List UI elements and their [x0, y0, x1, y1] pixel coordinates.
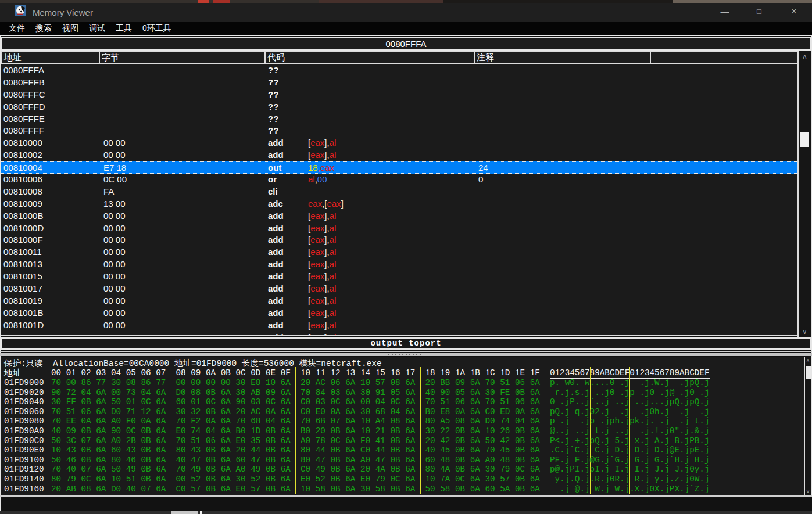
menu-item[interactable]: 视图 — [57, 23, 84, 34]
disasm-column-header[interactable]: 代码 — [264, 51, 475, 64]
disasm-row[interactable]: 0081000200 00add[eax],al — [1, 149, 798, 161]
hex-row-bytes: 50 3C 07 6A A0 2B 0B 6A 70 51 06 6A E0 3… — [51, 436, 710, 445]
disasm-row[interactable]: 0080FFFF?? — [1, 125, 798, 137]
pane-splitter[interactable] — [0, 353, 812, 356]
scroll-up-icon[interactable]: ∧ — [805, 357, 811, 365]
disasm-column-header[interactable]: 地址 — [1, 51, 100, 64]
hex-row[interactable]: 01FD906070 51 06 6A D0 71 12 6A 30 32 0B… — [4, 407, 796, 417]
current-address-banner: 0080FFFA — [1, 37, 811, 51]
disasm-column-header[interactable] — [650, 51, 799, 64]
disasm-row[interactable]: 0080FFFC?? — [1, 89, 798, 101]
disasm-row[interactable]: 0081001D00 00add[eax],al — [1, 319, 798, 332]
hex-row-address: 01FD9020 — [4, 388, 51, 398]
hex-scrollbar[interactable]: ∧ ∨ — [804, 357, 811, 495]
hex-column-headers: 00 01 02 03 04 05 06 07 08 09 0A 0B 0C 0… — [51, 368, 710, 378]
disasm-column-header[interactable]: 注释 — [474, 51, 651, 64]
hex-row[interactable]: 01FD90C050 3C 07 6A A0 2B 0B 6A 70 51 06… — [4, 436, 796, 446]
hex-row-bytes: 70 00 86 77 30 08 86 77 00 00 00 00 30 E… — [51, 378, 710, 387]
hex-rows: 01FD900070 00 86 77 30 08 86 77 00 00 00… — [4, 378, 796, 494]
hex-row-address: 01FD9160 — [4, 484, 51, 494]
disasm-row[interactable]: 0081001B00 00add[eax],al — [1, 307, 798, 319]
hex-byte-headers: 00 01 02 03 04 05 06 07 08 09 0A 0B 0C 0… — [51, 368, 550, 378]
hex-row-address: 01FD9100 — [4, 455, 51, 465]
status-bar — [0, 497, 812, 511]
hex-row-bytes: 10 43 0B 6A 60 43 0B 6A 80 43 0B 6A 20 4… — [51, 445, 710, 455]
splitter-grip-icon — [388, 354, 423, 355]
menu-item[interactable]: 0环工具 — [137, 23, 177, 34]
disasm-row[interactable]: 0081001500 00add[eax],al — [1, 271, 798, 283]
hex-row-address: 01FD9120 — [4, 465, 51, 475]
divider — [1, 335, 798, 336]
hex-row-bytes: 70 51 06 6A D0 71 12 6A 30 32 0B 6A 20 A… — [51, 407, 710, 416]
disasm-row[interactable]: 0081001100 00add[eax],al — [1, 246, 798, 258]
window-title: Memory Viewer — [33, 8, 93, 17]
disasm-row[interactable]: 0081001700 00add[eax],al — [1, 283, 798, 295]
disasm-row[interactable]: 0080FFFA?? — [1, 64, 798, 77]
disasm-rows: 0080FFFA??0080FFFB??0080FFFC??0080FFFD??… — [1, 64, 798, 335]
hex-row-address: 01FD90E0 — [4, 445, 51, 455]
hex-row[interactable]: 01FD908070 EE 0A 6A A0 F0 0A 6A 70 F2 0A… — [4, 416, 796, 426]
hex-row-address: 01FD9040 — [4, 397, 51, 407]
divider — [0, 351, 812, 352]
hex-row-bytes: 40 09 0B 6A 90 0C 0B 6A E0 74 04 6A B0 1… — [51, 426, 710, 436]
hex-row-bytes: 20 AB 08 6A D0 40 07 6A C0 57 0B 6A E0 5… — [51, 484, 710, 494]
hex-row[interactable]: 01FD900070 00 86 77 30 08 86 77 00 00 00… — [4, 378, 796, 388]
disasm-row-selected[interactable]: 00810004E7 18out18,eax24 — [1, 161, 798, 174]
hex-row-address: 01FD9080 — [4, 416, 51, 426]
menu-item[interactable]: 文件 — [3, 23, 30, 34]
disasm-row[interactable]: 0081000D00 00add[eax],al — [1, 222, 798, 235]
hex-row-bytes: 90 72 04 6A 00 73 04 6A D0 08 0B 6A 30 A… — [51, 388, 710, 397]
hex-row[interactable]: 01FD910050 46 0B 6A 80 46 0B 6A 40 47 0B… — [4, 455, 796, 465]
hex-row[interactable]: 01FD912070 40 07 6A 50 49 0B 6A 70 49 0B… — [4, 465, 796, 475]
hex-row-address: 01FD9000 — [4, 378, 51, 388]
menu-item[interactable]: 工具 — [110, 23, 137, 34]
horizontal-scrollbar[interactable] — [0, 511, 812, 514]
scrollbar-tick — [200, 511, 202, 514]
disasm-row[interactable]: 0081000B00 00add[eax],al — [1, 210, 798, 222]
maximize-button[interactable]: □ — [746, 3, 772, 20]
hex-row[interactable]: 01FD914080 79 0C 6A 10 51 0B 6A 00 52 0B… — [4, 475, 796, 484]
menu-item[interactable]: 调试 — [84, 23, 110, 34]
title-bar: Memory Viewer — □ × — [0, 3, 812, 22]
frame-border — [0, 35, 812, 36]
hex-row[interactable]: 01FD916020 AB 08 6A D0 40 07 6A C0 57 0B… — [4, 484, 796, 494]
memory-viewer-window: Memory Viewer — □ × 文件搜索视图调试工具0环工具 0080F… — [0, 0, 812, 514]
hex-scrollbar-thumb[interactable] — [806, 366, 811, 379]
disasm-row[interactable]: 0081000913 00adceax,[eax] — [1, 198, 798, 210]
hex-row-address: 01FD90A0 — [4, 426, 51, 436]
disasm-scrollbar-thumb[interactable] — [800, 132, 809, 147]
hex-row[interactable]: 01FD90E010 43 0B 6A 60 43 0B 6A 80 43 0B… — [4, 445, 796, 455]
hex-row[interactable]: 01FD902090 72 04 6A 00 73 04 6A D0 08 0B… — [4, 388, 796, 398]
hex-row[interactable]: 01FD90A040 09 0B 6A 90 0C 0B 6A E0 74 04… — [4, 426, 796, 436]
disasm-row[interactable]: 0081001900 00add[eax],al — [1, 295, 798, 307]
hex-address-column-label: 地址 — [4, 368, 22, 379]
hex-region-info: 保护:只读 AllocationBase=00CA0000 地址=01FD900… — [4, 358, 382, 369]
minimize-button[interactable]: — — [711, 3, 738, 20]
output-toport-bar: output toport — [1, 337, 811, 350]
close-button[interactable]: × — [781, 3, 807, 20]
disasm-row[interactable]: 0080FFFE?? — [1, 113, 798, 125]
disasm-row[interactable]: 0081000000 00add[eax],al — [1, 137, 798, 149]
menu-item[interactable]: 搜索 — [30, 23, 57, 34]
disasm-row[interactable]: 0081001300 00add[eax],al — [1, 258, 798, 271]
hex-row-bytes: 70 EE 0A 6A A0 F0 0A 6A 70 F2 0A 6A 70 6… — [51, 416, 710, 426]
scroll-down-icon[interactable]: ∨ — [805, 487, 811, 495]
hex-row-address: 01FD90C0 — [4, 436, 51, 446]
disasm-column-header[interactable]: 字节 — [99, 51, 265, 64]
horizontal-scrollbar-thumb[interactable] — [171, 511, 198, 514]
disasm-row[interactable]: 0080FFFB?? — [1, 77, 798, 89]
disasm-row[interactable]: 00810008FAcli — [1, 186, 798, 198]
app-icon — [15, 5, 26, 16]
hex-row-address: 01FD9140 — [4, 475, 51, 484]
scroll-down-icon[interactable]: ∨ — [799, 326, 811, 337]
disasm-scrollbar[interactable]: ∧ ∨ — [797, 51, 811, 337]
disasm-row[interactable]: 0080FFFD?? — [1, 101, 798, 113]
hex-row[interactable]: 01FD904030 FF 0B 6A 50 01 0C 6A 60 01 0C… — [4, 397, 796, 407]
hex-row-address: 01FD9060 — [4, 407, 51, 417]
scroll-up-icon[interactable]: ∧ — [799, 51, 811, 62]
disasm-row[interactable]: 0081000F00 00add[eax],al — [1, 234, 798, 246]
disasm-row[interactable]: 008100060C 00oral,000 — [1, 174, 798, 186]
hex-panel: 保护:只读 AllocationBase=00CA0000 地址=01FD900… — [1, 357, 804, 495]
hex-row-bytes: 30 FF 0B 6A 50 01 0C 6A 60 01 0C 6A 90 0… — [51, 397, 710, 407]
hex-row-bytes: 80 79 0C 6A 10 51 0B 6A 00 52 0B 6A 30 5… — [51, 475, 710, 484]
